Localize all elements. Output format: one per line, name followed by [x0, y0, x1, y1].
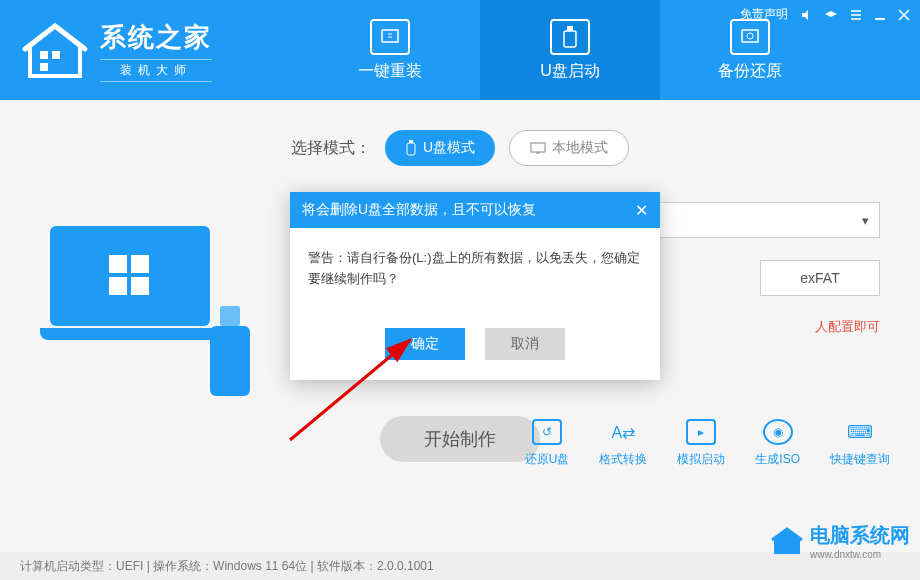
simulate-icon: ▸ [686, 419, 716, 445]
svg-rect-3 [382, 30, 398, 42]
svg-rect-2 [40, 63, 48, 71]
local-mode-button[interactable]: 本地模式 [509, 130, 629, 166]
svg-rect-13 [109, 277, 127, 295]
minimize-icon[interactable] [874, 9, 886, 21]
usb-illustration-icon [210, 306, 250, 396]
watermark: 电脑系统网 www.dnxtw.com [770, 522, 910, 560]
usb-small-icon [405, 140, 417, 156]
cancel-button[interactable]: 取消 [485, 328, 565, 360]
svg-rect-6 [742, 30, 758, 42]
app-header: 系统之家 装机大师 一键重装 U盘启动 备份还原 免责声明 [0, 0, 920, 100]
config-hint: 人配置即可 [815, 318, 880, 336]
app-subtitle: 装机大师 [100, 59, 212, 82]
menu-icon[interactable] [850, 9, 862, 21]
action-simulate-boot[interactable]: ▸ 模拟启动 [677, 419, 725, 468]
monitor-small-icon [530, 142, 546, 154]
svg-rect-14 [131, 277, 149, 295]
mode-label: 选择模式： [291, 138, 371, 159]
iso-icon: ◉ [763, 419, 793, 445]
dialog-body: 警告：请自行备份(L:)盘上的所有数据，以免丢失，您确定要继续制作吗？ [290, 228, 660, 318]
logo-area: 系统之家 装机大师 [0, 0, 300, 82]
close-icon[interactable] [898, 9, 910, 21]
dialog-close-icon[interactable]: ✕ [635, 201, 648, 220]
backup-icon [740, 28, 760, 46]
svg-point-7 [747, 33, 753, 39]
action-hotkey-query[interactable]: ⌨ 快捷键查询 [830, 419, 890, 468]
svg-rect-12 [131, 255, 149, 273]
usb-icon [562, 26, 578, 48]
svg-rect-9 [407, 143, 415, 155]
action-format-convert[interactable]: A⇄ 格式转换 [599, 419, 647, 468]
svg-rect-11 [109, 255, 127, 273]
convert-icon: A⇄ [608, 419, 638, 445]
dialog-title: 将会删除U盘全部数据，且不可以恢复 [302, 201, 536, 219]
svg-rect-1 [52, 51, 60, 59]
tab-reinstall[interactable]: 一键重装 [300, 0, 480, 100]
illustration [40, 206, 270, 396]
tab-usb-boot[interactable]: U盘启动 [480, 0, 660, 100]
disclaimer-link[interactable]: 免责声明 [740, 6, 788, 23]
confirm-dialog: 将会删除U盘全部数据，且不可以恢复 ✕ 警告：请自行备份(L:)盘上的所有数据，… [290, 192, 660, 380]
chevron-down-icon: ▾ [862, 213, 869, 228]
bottom-actions: ↺ 还原U盘 A⇄ 格式转换 ▸ 模拟启动 ◉ 生成ISO ⌨ 快捷键查询 [525, 419, 890, 468]
usb-mode-button[interactable]: U盘模式 [385, 130, 495, 166]
hotkey-icon: ⌨ [845, 419, 875, 445]
house-logo-icon [20, 21, 90, 81]
svg-rect-5 [564, 31, 576, 47]
action-restore-usb[interactable]: ↺ 还原U盘 [525, 419, 570, 468]
speaker-icon[interactable] [800, 9, 812, 21]
windows-logo-icon [105, 251, 155, 301]
graduation-icon[interactable] [824, 9, 838, 21]
monitor-icon [380, 28, 400, 46]
mode-selector: 选择模式： U盘模式 本地模式 [40, 130, 880, 166]
svg-rect-0 [40, 51, 48, 59]
app-title: 系统之家 [100, 20, 212, 55]
filesystem-select[interactable]: exFAT [760, 260, 880, 296]
svg-rect-10 [531, 143, 545, 152]
action-generate-iso[interactable]: ◉ 生成ISO [755, 419, 800, 468]
restore-icon: ↺ [532, 419, 562, 445]
start-button[interactable]: 开始制作 [380, 416, 540, 462]
window-controls: 免责声明 [740, 6, 910, 23]
confirm-button[interactable]: 确定 [385, 328, 465, 360]
watermark-logo-icon [770, 526, 804, 556]
